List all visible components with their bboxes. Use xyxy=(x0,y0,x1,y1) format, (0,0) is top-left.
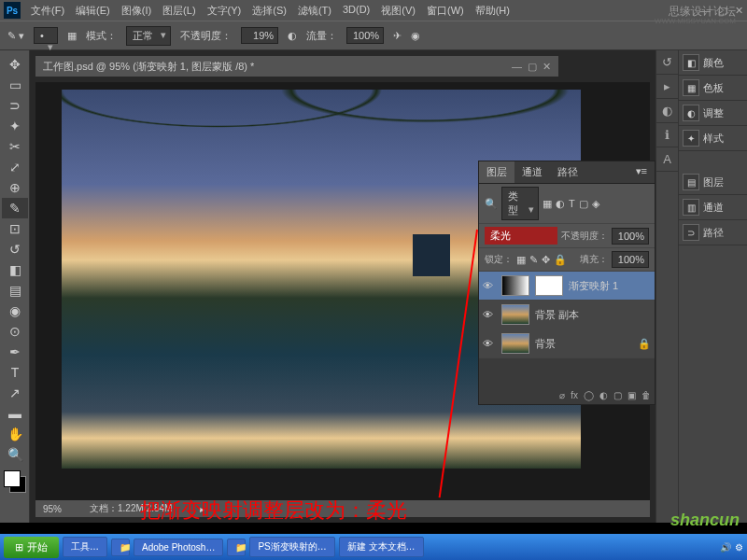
color-panel[interactable]: ◧颜色 xyxy=(679,50,747,76)
task-item[interactable]: 📁 xyxy=(111,539,130,556)
crop-tool-icon[interactable]: ✂ xyxy=(2,136,28,157)
mask-thumb[interactable] xyxy=(535,275,563,296)
lock-all-icon[interactable]: 🔒 xyxy=(554,254,567,266)
info-icon[interactable]: ℹ xyxy=(656,123,678,147)
layers-panel-btn[interactable]: ▤图层 xyxy=(679,170,747,195)
filter-pixel-icon[interactable]: ▦ xyxy=(543,198,552,210)
heal-tool-icon[interactable]: ⊕ xyxy=(2,177,28,198)
menu-help[interactable]: 帮助(H) xyxy=(471,2,514,20)
flow-input[interactable]: 100% xyxy=(346,27,384,44)
tray-icon[interactable]: ⚙ xyxy=(735,542,743,553)
gradient-tool-icon[interactable]: ▤ xyxy=(2,280,28,301)
path-tool-icon[interactable]: ↗ xyxy=(2,383,28,403)
filter-shape-icon[interactable]: ▢ xyxy=(579,198,588,210)
layer-item[interactable]: 👁 渐变映射 1 xyxy=(479,272,655,301)
tab-layers[interactable]: 图层 xyxy=(479,161,514,183)
shape-tool-icon[interactable]: ▬ xyxy=(2,403,28,424)
history-brush-icon[interactable]: ↺ xyxy=(2,239,28,259)
fill-value[interactable]: 100% xyxy=(612,251,649,268)
task-item[interactable]: 新建 文本文档… xyxy=(339,537,424,557)
character-icon[interactable]: A xyxy=(656,147,678,172)
styles-panel[interactable]: ✦样式 xyxy=(679,126,747,151)
filter-kind[interactable]: 类型 xyxy=(501,187,539,220)
system-tray[interactable]: 🔊 ⚙ xyxy=(720,542,743,553)
wand-tool-icon[interactable]: ✦ xyxy=(2,116,28,136)
layer-name[interactable]: 背景 xyxy=(535,337,556,351)
menu-type[interactable]: 文字(Y) xyxy=(203,2,247,20)
task-item[interactable]: 工具… xyxy=(63,537,107,557)
layer-item[interactable]: 👁 背景 🔒 xyxy=(479,329,655,358)
brush-preset[interactable]: • xyxy=(34,27,58,44)
task-item[interactable]: PS渐变映射的… xyxy=(249,537,334,557)
menu-select[interactable]: 选择(S) xyxy=(247,2,291,20)
airbrush-icon[interactable]: ✈ xyxy=(393,30,402,42)
panel-menu-icon[interactable]: ▾≡ xyxy=(628,161,655,183)
doc-min-icon[interactable]: — xyxy=(512,61,522,73)
stamp-tool-icon[interactable]: ⊡ xyxy=(2,218,28,239)
actions-icon[interactable]: ▸ xyxy=(656,75,678,99)
fx-icon[interactable]: fx xyxy=(571,390,578,400)
menu-window[interactable]: 窗口(W) xyxy=(422,2,469,20)
layer-name[interactable]: 渐变映射 1 xyxy=(569,279,618,293)
brush-tool-icon[interactable]: ✎ ▾ xyxy=(7,30,24,42)
lock-trans-icon[interactable]: ▦ xyxy=(516,254,526,266)
layer-item[interactable]: 👁 背景 副本 xyxy=(479,301,655,329)
tray-icon[interactable]: 🔊 xyxy=(720,542,731,553)
brush-panel-icon[interactable]: ▦ xyxy=(67,30,77,42)
layer-opacity[interactable]: 100% xyxy=(612,228,649,245)
type-tool-icon[interactable]: T xyxy=(2,362,28,383)
pressure-size-icon[interactable]: ◉ xyxy=(411,30,420,42)
layer-thumb[interactable] xyxy=(501,304,529,325)
tab-channels[interactable]: 通道 xyxy=(514,161,550,183)
menu-view[interactable]: 视图(V) xyxy=(376,2,420,20)
menu-3d[interactable]: 3D(D) xyxy=(338,2,374,20)
opacity-input[interactable]: 19% xyxy=(241,27,278,44)
document-tab[interactable]: 工作图.psd @ 95% (渐变映射 1, 图层蒙版 /8) * — ▢ ✕ xyxy=(35,56,558,77)
eraser-tool-icon[interactable]: ◧ xyxy=(2,259,28,280)
start-button[interactable]: ⊞ 开始 xyxy=(4,537,59,558)
layer-name[interactable]: 背景 副本 xyxy=(535,308,579,322)
layer-thumb[interactable] xyxy=(501,333,529,354)
close-icon[interactable]: ✕ xyxy=(735,5,743,17)
channels-panel-btn[interactable]: ▥通道 xyxy=(679,195,747,220)
filter-adjust-icon[interactable]: ◐ xyxy=(556,198,565,210)
paths-panel-btn[interactable]: ⊃路径 xyxy=(679,220,747,245)
menu-image[interactable]: 图像(I) xyxy=(117,2,156,20)
lasso-tool-icon[interactable]: ⊃ xyxy=(2,95,28,116)
properties-icon[interactable]: ◐ xyxy=(656,99,678,123)
zoom-level[interactable]: 95% xyxy=(43,504,62,514)
menu-edit[interactable]: 编辑(E) xyxy=(71,2,115,20)
blend-mode-select[interactable]: 正常 xyxy=(126,26,171,46)
dodge-tool-icon[interactable]: ⊙ xyxy=(2,321,28,342)
pressure-opacity-icon[interactable]: ◐ xyxy=(288,30,297,42)
menu-layer[interactable]: 图层(L) xyxy=(158,2,200,20)
lock-pixel-icon[interactable]: ✎ xyxy=(529,254,538,266)
new-layer-icon[interactable]: ▣ xyxy=(627,390,636,400)
adjust-layer-icon[interactable]: ◐ xyxy=(599,390,608,400)
fg-color[interactable] xyxy=(4,470,21,487)
mask-icon[interactable]: ◯ xyxy=(584,390,594,400)
pen-tool-icon[interactable]: ✒ xyxy=(2,342,28,362)
adjust-thumb[interactable] xyxy=(501,275,529,296)
task-item[interactable]: Adobe Photosh… xyxy=(134,539,223,556)
history-icon[interactable]: ↺ xyxy=(656,50,678,75)
marquee-tool-icon[interactable]: ▭ xyxy=(2,75,28,95)
lock-pos-icon[interactable]: ✥ xyxy=(542,254,550,266)
menu-file[interactable]: 文件(F) xyxy=(26,2,69,20)
filter-smart-icon[interactable]: ◈ xyxy=(592,198,599,210)
blend-mode[interactable]: 柔光 xyxy=(485,227,557,245)
delete-icon[interactable]: 🗑 xyxy=(641,390,651,400)
group-icon[interactable]: ▢ xyxy=(613,390,622,400)
doc-close-icon[interactable]: ✕ xyxy=(543,61,551,73)
hand-tool-icon[interactable]: ✋ xyxy=(2,424,28,444)
filter-kind-icon[interactable]: 🔍 xyxy=(485,198,498,210)
brush-tool-icon[interactable]: ✎ xyxy=(2,198,28,218)
swatches-panel[interactable]: ▦色板 xyxy=(679,76,747,101)
visibility-icon[interactable]: 👁 xyxy=(483,280,496,291)
move-tool-icon[interactable]: ✥ xyxy=(2,54,28,75)
filter-type-icon[interactable]: T xyxy=(569,198,575,209)
visibility-icon[interactable]: 👁 xyxy=(483,338,496,349)
color-swatch[interactable] xyxy=(2,469,26,493)
task-item[interactable]: 📁 xyxy=(227,539,246,556)
tab-paths[interactable]: 路径 xyxy=(550,161,585,183)
